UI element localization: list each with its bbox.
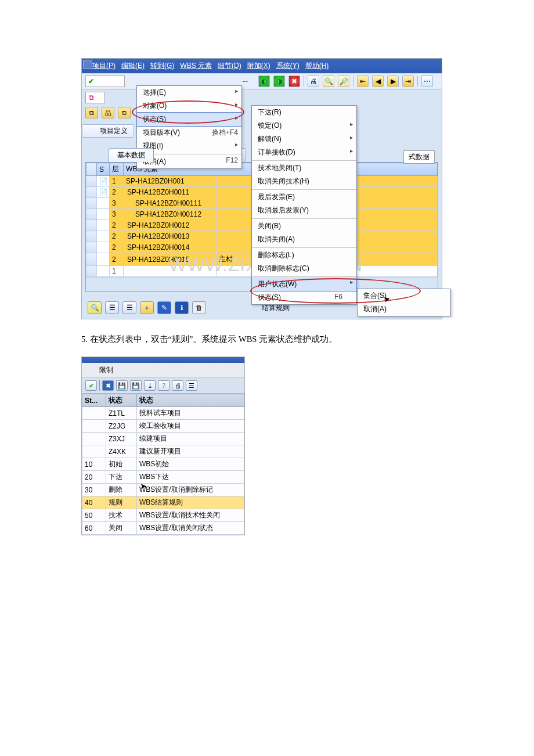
menu-release[interactable]: 下达(R) [252,106,356,119]
fragment-label: 式数据 [403,150,435,164]
row-handle[interactable] [86,266,97,277]
cancel-icon[interactable]: ✖ [288,75,300,87]
layout-icon: ⧉ [86,93,96,102]
list-item[interactable]: 50技术WBS设置/取消技术性关闭 [82,509,244,522]
menu-undo-close[interactable]: 取消关闭(A) [252,233,356,246]
tree-icon-1[interactable]: ⧉ [85,107,98,118]
close-icon[interactable]: ✖ [102,380,114,391]
menu-undo-final-invoice[interactable]: 取消最后发票(Y) [252,204,356,217]
menu-final-invoice[interactable]: 最后发票(E) [252,189,356,204]
find-next-icon[interactable]: 🔎 [338,75,349,87]
last-page-icon[interactable]: ⇥ [402,75,414,87]
menu-tech-close[interactable]: 技术地关闭(T) [252,160,356,175]
menu-edit[interactable]: 编辑(E) [121,61,145,71]
confirm-icon[interactable]: ✔ [85,380,97,391]
col-desc[interactable]: 状态 [137,394,244,407]
row-handle[interactable] [86,220,97,231]
menu-del-flag[interactable]: 删除标志(L) [252,247,356,262]
list-item[interactable]: Z2JG竣工验收项目 [82,420,244,433]
menu-object[interactable]: 对象(O)▸ [137,99,241,113]
project-def-label: 项目定义 [82,124,134,138]
list-item[interactable]: Z4XK建议新开项目 [82,445,244,458]
row-handle[interactable] [86,187,97,198]
prev-page-icon[interactable]: ◀ [372,75,384,87]
export-icon[interactable]: ⤓ [144,380,156,391]
list-item[interactable]: Z3XJ续建项目 [82,433,244,445]
row-handle[interactable] [86,209,97,220]
menu-version[interactable]: 项目版本(V)换档+F4 [137,126,241,139]
save-icon[interactable]: 💾 [116,380,128,391]
menu-undo-tech-close[interactable]: 取消关闭技术(H) [252,175,356,188]
list-icon[interactable]: ☰ [105,301,119,314]
col-st[interactable]: St... [82,394,106,407]
instruction-text: 5. 在状态列表中，双击“规则”。系统提示 WBS 元素状态维护成功。 [81,334,488,345]
tab-basic[interactable]: 基本数据 [109,148,154,162]
tree-icon-3[interactable]: ⧉ [118,107,131,118]
row-handle[interactable] [86,198,97,209]
separator [353,76,353,87]
list-item[interactable]: 60关闭WBS设置/取消关闭状态 [82,522,244,535]
list-item[interactable]: 20下达WBS下达 [82,471,244,484]
list3-icon[interactable]: ☰ [186,380,197,391]
menu-goto[interactable]: 转到(G) [150,61,174,71]
menu-wbs[interactable]: WBS 元素 [180,61,212,71]
menu-undo-del-flag[interactable]: 取消删除标志(C) [252,262,356,275]
edit-icon[interactable]: ✎ [157,301,171,314]
row-icon [97,253,110,266]
first-page-icon[interactable]: ⇤ [357,75,369,87]
col-level[interactable]: 层 [110,163,124,176]
menu-cancel2[interactable]: 取消(A) [358,303,450,316]
list-item[interactable]: 30删除WBS设置/取消删除标记 [82,484,244,496]
row-code: SP-HA12BZ0H0011 [124,187,217,198]
col-code[interactable]: 状态 [106,394,137,407]
help-icon[interactable]: ? [158,380,169,391]
row-handle[interactable] [86,253,97,266]
next-page-icon[interactable]: ▶ [387,75,399,87]
layout-selector[interactable]: ⧉ [85,92,105,103]
menu-status[interactable]: 状态(S)▸ [136,112,242,127]
list-item[interactable]: 10初始WBS初始 [82,458,244,471]
cell-desc: 竣工验收项目 [137,420,244,433]
menu-close[interactable]: 关闭(B) [252,218,356,233]
menu-set[interactable]: 集合(S) [358,289,450,303]
print2-icon[interactable]: 🖨 [172,380,183,391]
col-s[interactable]: S [97,163,110,176]
cell-code: 下达 [106,471,137,484]
cell-code: 关闭 [106,522,137,535]
save-as-icon[interactable]: 💾 [130,380,142,391]
forward-icon[interactable]: ◑ [273,75,285,87]
menu-user-status[interactable]: 用户状态(W)▸ [251,276,357,291]
row-handle[interactable] [86,176,97,187]
list-item[interactable]: 40规则WBS结算规则 [82,496,244,509]
menu-lock[interactable]: 锁定(O)▸ [252,119,356,132]
row-icon [97,266,110,277]
back-icon[interactable]: ◐ [258,75,270,87]
menu-order-accept[interactable]: 订单接收(D)▸ [252,146,356,159]
screenshot-main: 项目(P) 编辑(E) 转到(G) WBS 元素 细节(D) 附加(X) 系统(… [81,58,442,319]
menu-extras[interactable]: 附加(X) [247,61,270,71]
menu-unlock[interactable]: 解锁(N)▸ [252,132,356,146]
tree-icon-2[interactable]: 品 [102,107,114,118]
cell-code: 规则 [106,496,137,509]
menu-select[interactable]: 选择(E)▸ [137,86,241,99]
info-icon[interactable]: ℹ [175,301,189,314]
more-icon[interactable]: ⋯ [421,75,433,87]
detail-icon[interactable]: 🔍 [88,301,102,314]
list-item[interactable]: Z1TL投料试车项目 [82,407,244,420]
separator [304,76,304,87]
row-level: 3 [110,198,124,209]
print-icon[interactable]: 🖨 [308,75,319,87]
menu-project[interactable]: 项目(P) [92,61,116,71]
menu-help[interactable]: 帮助(H) [305,61,329,71]
row-handle[interactable] [86,242,97,253]
list2-icon[interactable]: ☰ [122,301,136,314]
delete-icon[interactable]: 🗑 [192,301,206,314]
row-handle[interactable] [86,231,97,242]
ok-combo[interactable]: ✔ [85,75,125,87]
menu-status-s[interactable]: 状态(S)F6 [252,291,356,304]
insert-icon[interactable]: ＋ [140,301,154,314]
menu-detail[interactable]: 细节(D) [218,61,241,71]
find-icon[interactable]: 🔍 [323,75,334,87]
row-code: SP-HA12BZ0H0014 [124,242,217,253]
menu-system[interactable]: 系统(Y) [276,61,300,71]
